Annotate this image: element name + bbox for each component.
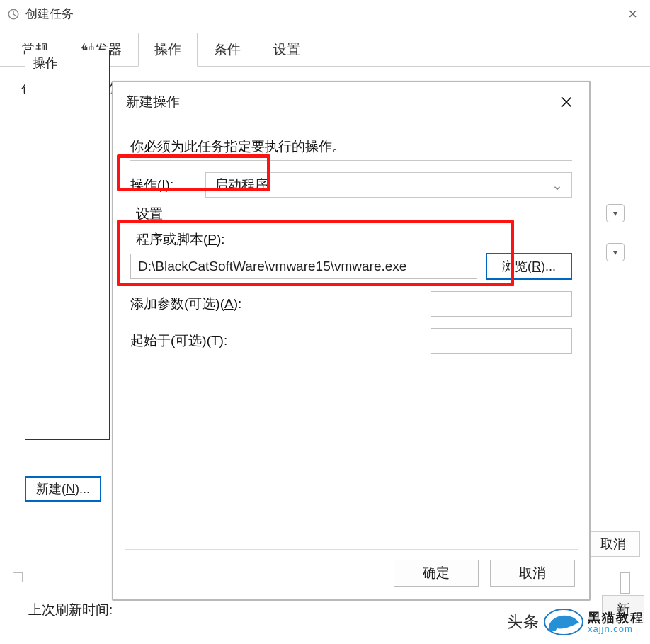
tab-conditions[interactable]: 条件 [198,33,257,67]
startin-label-pre: 起始于(可选)( [130,333,211,348]
last-refresh-line: 上次刷新时间: [28,601,113,619]
settings-section-title: 设置 [136,205,572,223]
watermark-brand-name: 黑猫教程 [588,611,644,624]
startin-label: 起始于(可选)(T): [130,332,431,350]
arguments-label: 添加参数(可选)(A): [130,295,431,313]
startin-row: 起始于(可选)(T): [130,328,572,354]
clock-icon [7,8,20,21]
action-row: 操作(I): 启动程序 ⌄ [130,172,572,198]
chevron-down-icon: ▾ [613,208,617,218]
last-refresh-label: 上次刷新时间: [28,602,113,617]
cancel-button[interactable]: 取消 [490,560,575,587]
window-titlebar: 创建任务 × [0,0,650,28]
tab-settings[interactable]: 设置 [257,33,317,67]
program-path-input[interactable]: D:\BlackCatSoftWare\vmware15\vmware.exe [130,254,477,279]
program-row: D:\BlackCatSoftWare\vmware15\vmware.exe … [130,253,572,280]
program-label-pre: 程序或脚本( [136,232,207,247]
decorative-box [13,572,23,582]
action-dropdown-value: 启动程序 [215,176,268,194]
action-label-pre: 操作( [130,177,161,192]
browse-label-pre: 浏览( [502,258,532,275]
arguments-row: 添加参数(可选)(A): [130,291,572,317]
move-up-button[interactable]: ▾ [606,204,625,222]
watermark-left-text: 头条 [507,611,540,633]
program-path-value: D:\BlackCatSoftWare\vmware15\vmware.exe [138,259,406,274]
watermark-brand: 黑猫教程 xajjn.com [588,611,644,633]
new-action-dialog: 新建操作 你必须为此任务指定要执行的操作。 操作(I): 启动程序 ⌄ 设置 程… [112,81,591,601]
parent-cancel-button[interactable]: 取消 [586,531,640,557]
arguments-label-pre: 添加参数(可选)( [130,296,224,311]
dialog-close-button[interactable] [557,92,576,112]
dialog-title: 新建操作 [126,93,180,111]
browse-hotkey: R [532,259,541,274]
program-label-post: ): [217,232,225,247]
dolphin-icon [544,609,583,635]
watermark: 头条 黑猫教程 xajjn.com [507,609,644,635]
close-icon [559,95,574,109]
dialog-button-row: 确定 取消 [394,560,575,587]
actions-listbox[interactable]: 操作 [25,50,110,440]
decorative-box [620,572,630,594]
dialog-instruction: 你必须为此任务指定要执行的操作。 [130,137,572,156]
window-close-button[interactable]: × [622,2,643,26]
program-label: 程序或脚本(P): [136,230,572,249]
dialog-titlebar: 新建操作 [113,82,589,116]
startin-label-post: ): [219,333,228,348]
new-action-button[interactable]: 新建(N)... [25,476,101,502]
action-label-post: ): [166,177,174,192]
dialog-body: 你必须为此任务指定要执行的操作。 操作(I): 启动程序 ⌄ 设置 程序或脚本(… [113,116,589,376]
browse-label-post: )... [541,259,556,274]
startin-label-hotkey: T [211,333,219,348]
tab-actions[interactable]: 操作 [138,33,198,67]
startin-input[interactable] [431,328,572,354]
watermark-url: xajjn.com [588,624,644,633]
new-action-button-tail: )... [75,482,90,497]
action-dropdown[interactable]: 启动程序 ⌄ [205,172,572,198]
arguments-label-hotkey: A [224,296,234,311]
chevron-down-icon: ▾ [613,247,617,257]
browse-button[interactable]: 浏览(R)... [486,253,572,280]
new-action-button-hotkey: N [66,482,75,497]
chevron-down-icon: ⌄ [552,177,563,193]
window-title: 创建任务 [25,6,74,22]
action-label: 操作(I): [130,176,194,194]
move-down-button[interactable]: ▾ [606,243,625,261]
new-action-button-label: 新建( [36,480,66,497]
arguments-label-post: ): [234,296,242,311]
dialog-button-separator [125,549,578,550]
separator [130,160,572,161]
arguments-input[interactable] [431,291,572,317]
program-label-hotkey: P [207,232,217,247]
ok-button[interactable]: 确定 [394,560,479,587]
actions-list-header: 操作 [33,55,102,72]
